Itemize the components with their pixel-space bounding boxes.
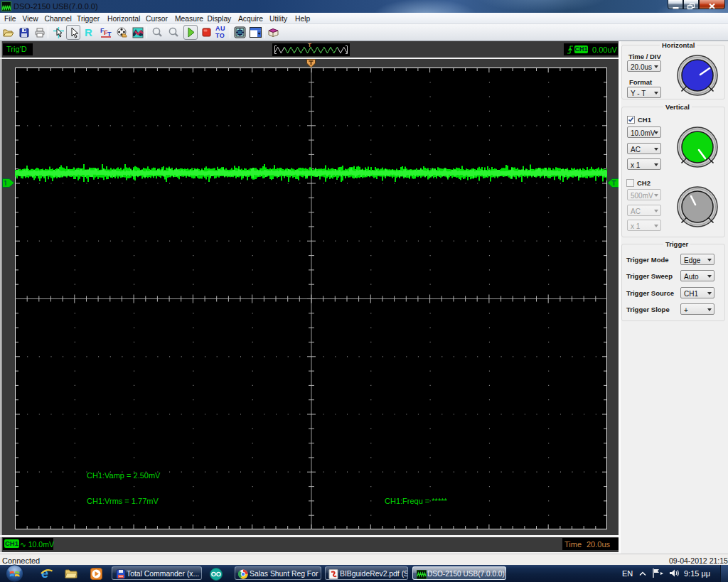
- svg-text:e: e: [41, 567, 48, 580]
